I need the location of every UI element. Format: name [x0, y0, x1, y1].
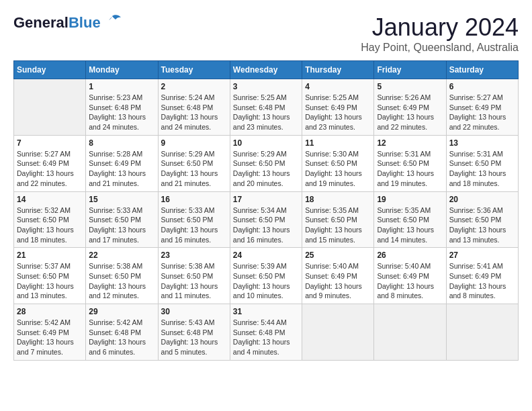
- table-cell: 5Sunrise: 5:26 AM Sunset: 6:49 PM Daylig…: [374, 79, 446, 136]
- table-cell: 2Sunrise: 5:24 AM Sunset: 6:48 PM Daylig…: [158, 79, 230, 136]
- table-cell: 10Sunrise: 5:29 AM Sunset: 6:50 PM Dayli…: [230, 135, 302, 191]
- day-number: 1: [89, 82, 154, 91]
- table-cell: 31Sunrise: 5:44 AM Sunset: 6:48 PM Dayli…: [230, 304, 302, 361]
- day-number: 16: [161, 195, 227, 204]
- table-cell: 14Sunrise: 5:32 AM Sunset: 6:50 PM Dayli…: [14, 191, 86, 248]
- table-cell: 8Sunrise: 5:28 AM Sunset: 6:49 PM Daylig…: [86, 135, 158, 191]
- table-cell: 24Sunrise: 5:39 AM Sunset: 6:50 PM Dayli…: [230, 248, 302, 304]
- day-number: 26: [377, 250, 443, 260]
- logo-general: General: [13, 14, 69, 31]
- day-number: 11: [305, 138, 371, 148]
- day-number: 18: [305, 195, 371, 204]
- table-cell: [14, 79, 86, 136]
- day-number: 24: [233, 250, 299, 260]
- table-cell: [374, 304, 446, 361]
- day-info: Sunrise: 5:38 AM Sunset: 6:50 PM Dayligh…: [89, 261, 154, 301]
- table-cell: 27Sunrise: 5:41 AM Sunset: 6:49 PM Dayli…: [446, 248, 518, 304]
- table-cell: 19Sunrise: 5:35 AM Sunset: 6:50 PM Dayli…: [374, 191, 446, 248]
- table-cell: 23Sunrise: 5:38 AM Sunset: 6:50 PM Dayli…: [158, 248, 230, 304]
- day-info: Sunrise: 5:30 AM Sunset: 6:50 PM Dayligh…: [305, 149, 371, 189]
- day-info: Sunrise: 5:37 AM Sunset: 6:50 PM Dayligh…: [17, 261, 83, 301]
- calendar-subtitle: Hay Point, Queensland, Australia: [361, 42, 519, 54]
- table-cell: 20Sunrise: 5:36 AM Sunset: 6:50 PM Dayli…: [446, 191, 518, 248]
- day-number: 9: [161, 138, 227, 148]
- col-friday: Friday: [374, 61, 446, 79]
- table-cell: [446, 304, 518, 361]
- day-number: 2: [161, 82, 227, 91]
- day-number: 28: [17, 307, 83, 316]
- day-number: 17: [233, 195, 299, 204]
- day-number: 21: [17, 250, 83, 260]
- day-info: Sunrise: 5:27 AM Sunset: 6:49 PM Dayligh…: [17, 149, 83, 189]
- day-info: Sunrise: 5:32 AM Sunset: 6:50 PM Dayligh…: [17, 205, 83, 245]
- day-info: Sunrise: 5:38 AM Sunset: 6:50 PM Dayligh…: [161, 261, 227, 301]
- col-saturday: Saturday: [446, 61, 518, 79]
- table-cell: 7Sunrise: 5:27 AM Sunset: 6:49 PM Daylig…: [14, 135, 86, 191]
- day-number: 6: [449, 82, 515, 91]
- col-sunday: Sunday: [14, 61, 86, 79]
- day-number: 5: [377, 82, 443, 91]
- table-cell: 28Sunrise: 5:42 AM Sunset: 6:49 PM Dayli…: [14, 304, 86, 361]
- day-info: Sunrise: 5:24 AM Sunset: 6:48 PM Dayligh…: [161, 93, 227, 132]
- logo-text: GeneralBlue: [13, 14, 101, 32]
- day-info: Sunrise: 5:43 AM Sunset: 6:48 PM Dayligh…: [161, 318, 227, 357]
- table-cell: 13Sunrise: 5:31 AM Sunset: 6:50 PM Dayli…: [446, 135, 518, 191]
- calendar-title: January 2024: [361, 13, 519, 42]
- day-number: 13: [449, 138, 515, 148]
- table-cell: 11Sunrise: 5:30 AM Sunset: 6:50 PM Dayli…: [302, 135, 374, 191]
- day-number: 25: [305, 250, 371, 260]
- table-cell: 17Sunrise: 5:34 AM Sunset: 6:50 PM Dayli…: [230, 191, 302, 248]
- table-cell: 18Sunrise: 5:35 AM Sunset: 6:50 PM Dayli…: [302, 191, 374, 248]
- calendar-table: Sunday Monday Tuesday Wednesday Thursday…: [13, 60, 519, 361]
- day-info: Sunrise: 5:39 AM Sunset: 6:50 PM Dayligh…: [233, 261, 299, 301]
- col-monday: Monday: [86, 61, 158, 79]
- day-number: 15: [89, 195, 154, 204]
- day-info: Sunrise: 5:33 AM Sunset: 6:50 PM Dayligh…: [89, 205, 154, 245]
- table-cell: 6Sunrise: 5:27 AM Sunset: 6:49 PM Daylig…: [446, 79, 518, 136]
- day-number: 10: [233, 138, 299, 148]
- day-number: 12: [377, 138, 443, 148]
- day-info: Sunrise: 5:42 AM Sunset: 6:48 PM Dayligh…: [89, 318, 154, 357]
- calendar-header-row: Sunday Monday Tuesday Wednesday Thursday…: [14, 61, 519, 79]
- day-info: Sunrise: 5:44 AM Sunset: 6:48 PM Dayligh…: [233, 318, 299, 357]
- day-info: Sunrise: 5:25 AM Sunset: 6:48 PM Dayligh…: [233, 93, 299, 132]
- day-info: Sunrise: 5:36 AM Sunset: 6:50 PM Dayligh…: [449, 205, 515, 245]
- day-info: Sunrise: 5:35 AM Sunset: 6:50 PM Dayligh…: [305, 205, 371, 245]
- day-number: 19: [377, 195, 443, 204]
- day-info: Sunrise: 5:40 AM Sunset: 6:49 PM Dayligh…: [305, 261, 371, 301]
- table-cell: 25Sunrise: 5:40 AM Sunset: 6:49 PM Dayli…: [302, 248, 374, 304]
- table-cell: 21Sunrise: 5:37 AM Sunset: 6:50 PM Dayli…: [14, 248, 86, 304]
- day-number: 7: [17, 138, 83, 148]
- calendar-week-4: 21Sunrise: 5:37 AM Sunset: 6:50 PM Dayli…: [14, 248, 519, 304]
- table-cell: 30Sunrise: 5:43 AM Sunset: 6:48 PM Dayli…: [158, 304, 230, 361]
- day-info: Sunrise: 5:40 AM Sunset: 6:49 PM Dayligh…: [377, 261, 443, 301]
- table-cell: 3Sunrise: 5:25 AM Sunset: 6:48 PM Daylig…: [230, 79, 302, 136]
- day-info: Sunrise: 5:35 AM Sunset: 6:50 PM Dayligh…: [377, 205, 443, 245]
- day-info: Sunrise: 5:42 AM Sunset: 6:49 PM Dayligh…: [17, 318, 83, 357]
- table-cell: 9Sunrise: 5:29 AM Sunset: 6:50 PM Daylig…: [158, 135, 230, 191]
- day-info: Sunrise: 5:29 AM Sunset: 6:50 PM Dayligh…: [161, 149, 227, 189]
- logo-blue: Blue: [69, 14, 101, 31]
- day-number: 3: [233, 82, 299, 91]
- day-number: 14: [17, 195, 83, 204]
- day-info: Sunrise: 5:26 AM Sunset: 6:49 PM Dayligh…: [377, 93, 443, 132]
- calendar-week-5: 28Sunrise: 5:42 AM Sunset: 6:49 PM Dayli…: [14, 304, 519, 361]
- logo: GeneralBlue: [13, 13, 122, 32]
- col-wednesday: Wednesday: [230, 61, 302, 79]
- day-number: 20: [449, 195, 515, 204]
- col-tuesday: Tuesday: [158, 61, 230, 79]
- day-number: 22: [89, 250, 154, 260]
- day-number: 23: [161, 250, 227, 260]
- table-cell: 1Sunrise: 5:23 AM Sunset: 6:48 PM Daylig…: [86, 79, 158, 136]
- table-cell: [302, 304, 374, 361]
- day-number: 27: [449, 250, 515, 260]
- day-number: 8: [89, 138, 154, 148]
- day-info: Sunrise: 5:31 AM Sunset: 6:50 PM Dayligh…: [449, 149, 515, 189]
- table-cell: 26Sunrise: 5:40 AM Sunset: 6:49 PM Dayli…: [374, 248, 446, 304]
- day-info: Sunrise: 5:28 AM Sunset: 6:49 PM Dayligh…: [89, 149, 154, 189]
- table-cell: 12Sunrise: 5:31 AM Sunset: 6:50 PM Dayli…: [374, 135, 446, 191]
- day-info: Sunrise: 5:29 AM Sunset: 6:50 PM Dayligh…: [233, 149, 299, 189]
- table-cell: 16Sunrise: 5:33 AM Sunset: 6:50 PM Dayli…: [158, 191, 230, 248]
- day-info: Sunrise: 5:27 AM Sunset: 6:49 PM Dayligh…: [449, 93, 515, 132]
- day-number: 4: [305, 82, 371, 91]
